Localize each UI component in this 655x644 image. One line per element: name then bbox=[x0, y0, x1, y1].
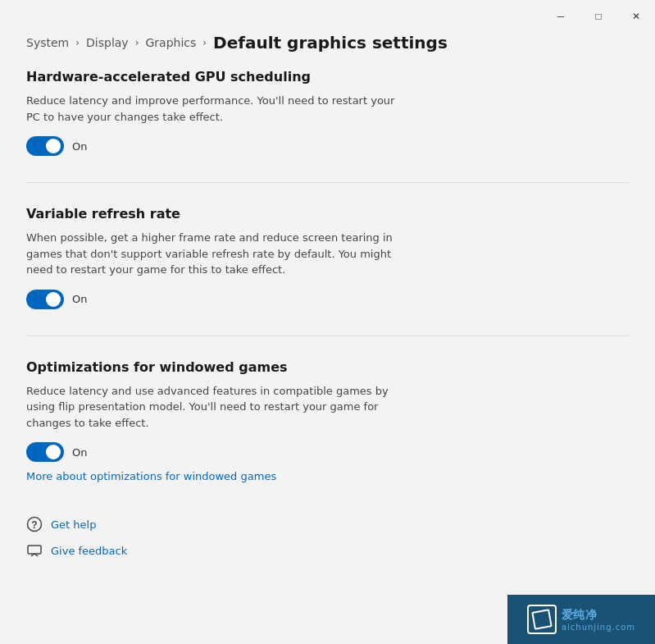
main-content: System › Display › Graphics › Default gr… bbox=[0, 33, 655, 644]
watermark-logo-inner bbox=[531, 609, 552, 629]
toggle-thumb bbox=[46, 139, 61, 153]
maximize-button[interactable]: □ bbox=[580, 3, 617, 30]
breadcrumb: System › Display › Graphics › Default gr… bbox=[26, 33, 629, 53]
watermark-logo bbox=[527, 605, 557, 634]
section-gpu-scheduling-description: Reduce latency and improve performance. … bbox=[26, 93, 412, 125]
toggle-thumb bbox=[46, 292, 61, 307]
get-help-label: Get help bbox=[51, 518, 96, 531]
breadcrumb-display[interactable]: Display bbox=[86, 36, 129, 49]
svg-text:?: ? bbox=[31, 519, 37, 531]
breadcrumb-sep-2: › bbox=[135, 37, 139, 48]
section-variable-refresh-title: Variable refresh rate bbox=[26, 206, 629, 222]
section-windowed-games-description: Reduce latency and use advanced features… bbox=[26, 383, 412, 432]
section-variable-refresh-description: When possible, get a higher frame rate a… bbox=[26, 230, 412, 278]
help-icon: ? bbox=[26, 516, 43, 532]
watermark-text-sub: aichunjing.com bbox=[562, 623, 635, 632]
section-windowed-games-title: Optimizations for windowed games bbox=[26, 359, 629, 375]
watermark-text: 爱纯净 aichunjing.com bbox=[562, 608, 635, 632]
toggle-thumb bbox=[46, 445, 61, 459]
windowed-games-toggle[interactable] bbox=[26, 442, 64, 462]
windowed-games-learn-more-link[interactable]: More about optimizations for windowed ga… bbox=[26, 470, 276, 482]
variable-refresh-toggle-label: On bbox=[72, 293, 87, 305]
section-windowed-games: Optimizations for windowed games Reduce … bbox=[26, 359, 629, 484]
breadcrumb-sep-1: › bbox=[75, 37, 80, 48]
title-bar: ─ □ ✕ bbox=[0, 0, 655, 33]
title-bar-controls: ─ □ ✕ bbox=[542, 3, 655, 30]
variable-refresh-toggle-row: On bbox=[26, 290, 629, 309]
section-gpu-scheduling-title: Hardware-accelerated GPU scheduling bbox=[26, 69, 629, 84]
give-feedback-label: Give feedback bbox=[51, 545, 127, 557]
gpu-scheduling-toggle-label: On bbox=[72, 140, 87, 153]
footer-links: ? Get help Give feedback bbox=[26, 516, 629, 559]
window: ─ □ ✕ System › Display › Graphics › Defa… bbox=[0, 0, 655, 644]
breadcrumb-graphics[interactable]: Graphics bbox=[145, 36, 196, 49]
divider-1 bbox=[26, 182, 629, 183]
section-variable-refresh: Variable refresh rate When possible, get… bbox=[26, 206, 629, 309]
feedback-icon bbox=[26, 542, 43, 559]
variable-refresh-toggle[interactable] bbox=[26, 290, 64, 309]
give-feedback-item[interactable]: Give feedback bbox=[26, 542, 629, 559]
breadcrumb-sep-3: › bbox=[202, 37, 207, 48]
svg-rect-2 bbox=[28, 546, 41, 554]
page-title: Default graphics settings bbox=[213, 33, 448, 53]
gpu-scheduling-toggle-row: On bbox=[26, 136, 629, 156]
breadcrumb-system[interactable]: System bbox=[26, 36, 69, 49]
section-gpu-scheduling: Hardware-accelerated GPU scheduling Redu… bbox=[26, 69, 629, 156]
get-help-item[interactable]: ? Get help bbox=[26, 516, 629, 532]
gpu-scheduling-toggle[interactable] bbox=[26, 136, 64, 156]
windowed-games-toggle-label: On bbox=[72, 446, 87, 459]
watermark: 爱纯净 aichunjing.com bbox=[507, 595, 655, 644]
divider-2 bbox=[26, 336, 629, 336]
close-button[interactable]: ✕ bbox=[617, 3, 655, 30]
minimize-button[interactable]: ─ bbox=[542, 3, 580, 30]
windowed-games-toggle-row: On bbox=[26, 442, 629, 462]
watermark-text-main: 爱纯净 bbox=[562, 608, 635, 623]
